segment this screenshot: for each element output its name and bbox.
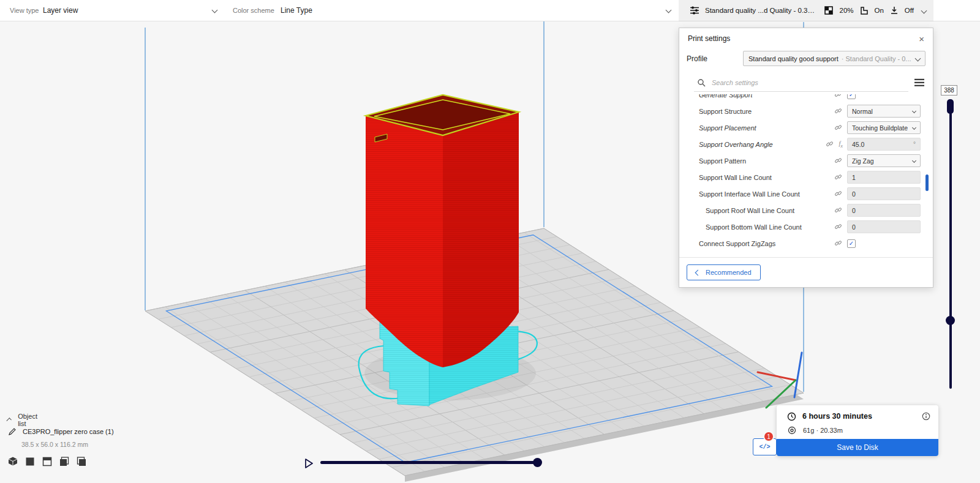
layer-slider-track[interactable] [949, 102, 952, 389]
summary-adhesion-value: Off [905, 7, 914, 14]
model-3d[interactable] [366, 95, 519, 367]
panel-title: Print settings [688, 34, 730, 43]
clock-icon [786, 411, 796, 421]
print-job-panel: 6 hours 30 minutes 61g · 20.33m Save to … [777, 405, 938, 456]
color-scheme-dropdown[interactable]: Line Type [281, 6, 312, 15]
layer-slider-handle[interactable] [946, 316, 955, 325]
menu-icon[interactable] [914, 78, 924, 88]
object-item-name: CE3PRO_flipper zero case (1) [23, 428, 114, 435]
link-icon[interactable] [833, 222, 843, 232]
chevron-up-icon [6, 417, 12, 423]
setting-row-support-wall-line-count: Support Wall Line Count 1 [679, 169, 933, 185]
view-front-button[interactable] [24, 456, 36, 467]
support-structure-select[interactable]: Normal [847, 105, 921, 118]
support-overhang-angle-input[interactable]: 45.0° [847, 138, 921, 151]
connect-support-zigzags-checkbox[interactable]: ✓ [847, 239, 856, 248]
generate-support-checkbox[interactable]: ✓ [847, 94, 856, 99]
view-left-button[interactable] [59, 456, 70, 467]
layer-number-box[interactable]: 388 [941, 85, 957, 95]
material-usage: 61g · 20.33m [803, 427, 843, 434]
setting-row-support-placement: Support Placement Touching Buildplate [679, 119, 933, 136]
link-icon[interactable] [833, 189, 843, 199]
object-list-item[interactable]: CE3PRO_flipper zero case (1) [7, 427, 114, 436]
adhesion-icon [889, 6, 899, 15]
setting-row-support-overhang-angle: Support Overhang Angle fx 45.0° [679, 136, 933, 152]
print-settings-panel: Print settings × Profile Standard qualit… [679, 28, 933, 288]
play-button[interactable] [304, 458, 314, 471]
close-icon[interactable]: × [919, 34, 924, 44]
simulation-slider-handle[interactable] [533, 458, 542, 467]
sliders-icon [690, 6, 699, 15]
view-right-button[interactable] [76, 456, 87, 467]
profile-chevron-icon [915, 56, 921, 62]
notification-badge: 1 [763, 431, 774, 442]
setting-row-support-roof-wall-line-count: Support Roof Wall Line Count 0 [679, 202, 933, 219]
profile-dropdown[interactable]: Standard quality good support · Standard… [743, 51, 925, 66]
setting-row-generate-support: Generate Support ✓ [679, 94, 933, 103]
settings-list: Generate Support ✓ Support Structure Nor… [679, 94, 933, 257]
material-spool-icon [787, 425, 797, 435]
settings-scrollbar[interactable] [925, 174, 929, 191]
link-icon[interactable] [833, 173, 843, 182]
view-type-chevron-icon[interactable] [212, 7, 218, 13]
camera-view-buttons [7, 456, 87, 467]
support-icon [859, 6, 869, 15]
function-icon[interactable]: fx [839, 140, 843, 149]
infill-icon [824, 6, 834, 15]
link-icon[interactable] [833, 107, 843, 116]
link-icon[interactable] [833, 156, 843, 166]
search-icon [696, 78, 706, 88]
view-type-label: View type [10, 7, 39, 14]
link-icon[interactable] [833, 206, 843, 215]
print-time-estimate: 6 hours 30 minutes [802, 412, 872, 421]
support-placement-select[interactable]: Touching Buildplate [847, 121, 921, 134]
profile-variant: · Standard Quality - 0... [842, 55, 913, 62]
setting-row-support-pattern: Support Pattern Zig Zag [679, 152, 933, 169]
object-dimensions: 38.5 x 56.0 x 116.2 mm [21, 441, 88, 448]
profile-label: Profile [687, 54, 743, 63]
object-list-header[interactable]: Object list [7, 413, 39, 427]
print-settings-summary-button[interactable]: Standard quality ...d Quality - 0.3mm 20… [679, 0, 933, 21]
view-type-dropdown[interactable]: Layer view [43, 6, 78, 15]
setting-row-connect-support-zigzags: Connect Support ZigZags ✓ [679, 235, 933, 252]
setting-row-support-bottom-wall-line-count: Support Bottom Wall Line Count 0 [679, 219, 933, 235]
summary-chevron-icon[interactable] [921, 7, 927, 13]
simulation-slider-track[interactable] [320, 461, 539, 464]
view-3d-button[interactable] [7, 456, 18, 467]
support-interface-wall-line-count-input[interactable]: 0 [847, 187, 921, 200]
link-icon[interactable] [833, 94, 843, 100]
summary-support-value: On [875, 7, 884, 14]
support-bottom-wall-line-count-input[interactable]: 0 [847, 220, 921, 233]
summary-infill-value: 20% [839, 7, 853, 14]
preview-code-button[interactable]: </> [753, 438, 777, 455]
info-icon[interactable] [921, 411, 931, 421]
setting-row-support-interface-wall-line-count: Support Interface Wall Line Count 0 [679, 185, 933, 202]
layer-slider-top-handle[interactable] [947, 99, 954, 114]
setting-row-support-structure: Support Structure Normal [679, 103, 933, 119]
support-pattern-select[interactable]: Zig Zag [847, 154, 921, 167]
link-icon[interactable] [825, 140, 835, 149]
pencil-icon [7, 427, 17, 436]
link-icon[interactable] [833, 239, 843, 249]
chevron-left-icon [695, 269, 701, 275]
profile-value: Standard quality good support [748, 55, 839, 62]
support-wall-line-count-input[interactable]: 1 [847, 171, 921, 184]
color-scheme-chevron-icon[interactable] [666, 7, 672, 13]
search-input[interactable]: Search settings [694, 73, 908, 92]
link-icon[interactable] [833, 123, 843, 133]
search-placeholder: Search settings [712, 79, 758, 86]
support-roof-wall-line-count-input[interactable]: 0 [847, 204, 921, 217]
recommended-button[interactable]: Recommended [687, 264, 761, 280]
save-to-disk-button[interactable]: Save to Disk [777, 439, 938, 456]
top-toolbar: View type Layer view Color scheme Line T… [0, 0, 980, 21]
color-scheme-label: Color scheme [233, 7, 274, 14]
summary-profile-text: Standard quality ...d Quality - 0.3mm [705, 7, 818, 14]
view-top-button[interactable] [42, 456, 53, 467]
